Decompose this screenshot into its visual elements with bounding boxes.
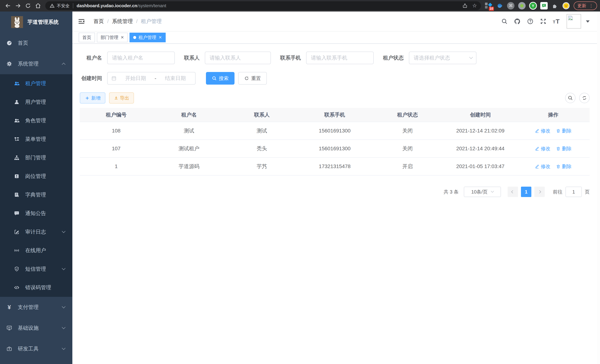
sidebar-item-label: 菜单管理 [25,136,46,143]
delete-link[interactable]: 删除 [556,163,572,170]
reload-icon [25,3,31,9]
sidebar-item-label: 租户管理 [25,80,46,87]
sidebar-item-post[interactable]: 岗位管理 [0,167,72,186]
security-status[interactable]: 不安全 [50,3,70,9]
chevron-down-icon [469,55,473,59]
cell-actions: 修改 删除 [517,163,590,170]
header-search-button[interactable] [501,18,508,25]
sidebar-item-audit-log[interactable]: 审计日志 [0,223,72,241]
edit-link[interactable]: 修改 [535,145,551,152]
column-header: 租户名 [153,111,225,118]
sidebar-item-role[interactable]: 角色管理 [0,111,72,130]
contact-input[interactable] [205,52,271,64]
sidebar-collapse-button[interactable] [72,11,91,31]
sidebar-logo[interactable]: 芋道管理系统 [0,11,72,33]
sidebar-item-dept[interactable]: 部门管理 [0,149,72,167]
goto-page-input[interactable] [565,187,582,197]
reset-button[interactable]: 重置 [238,72,267,84]
date-start-placeholder: 开始日期 [120,75,151,82]
sidebar-item-sms[interactable]: 短信管理 [0,260,72,278]
bookmark-star-button[interactable]: ☆ [470,1,479,10]
extension-y-icon[interactable]: Y [529,2,537,10]
tab-tenant[interactable]: 租户管理✕ [130,33,166,42]
delete-link[interactable]: 删除 [556,128,572,134]
table-row: 107 测试租户 秃头 15601691300 关闭 2021-12-14 20… [80,140,590,158]
sidebar-item-error-code[interactable]: 错误码管理 [0,278,72,297]
user-avatar[interactable] [567,14,581,28]
sidebar-item-home[interactable]: 首页 [0,33,72,53]
tab-close-icon[interactable]: ✕ [159,35,162,40]
status-label: 租户状态 [383,54,404,61]
sidebar-item-user[interactable]: 用户管理 [0,93,72,111]
help-button[interactable] [527,18,534,25]
date-end-placeholder: 结束日期 [159,75,191,82]
tab-home[interactable]: 首页 [79,33,95,42]
sidebar-item-infra[interactable]: 基础设施 [0,318,72,338]
sidebar-item-notice[interactable]: 通知公告 [0,204,72,223]
toggle-search-button[interactable] [565,93,575,103]
next-page-button[interactable] [534,187,545,197]
chrome-menu-icon[interactable]: ⋮ [589,3,593,8]
trash-icon [556,129,561,133]
add-button[interactable]: ＋新增 [80,92,105,103]
sidebar-item-menu[interactable]: 菜单管理 [0,130,72,149]
tenant-name-input[interactable] [107,52,175,64]
browser-toolbar: 不安全 dashboard.yudao.iocoder.cn/system/te… [0,0,600,11]
breadcrumb-separator: / [107,18,109,24]
url-text[interactable]: dashboard.yudao.iocoder.cn/system/tenant [77,3,460,8]
mobile-input[interactable] [306,52,374,64]
export-button[interactable]: 导出 [109,92,134,103]
edit-pencil-icon [535,146,539,151]
edit-link[interactable]: 修改 [535,163,551,170]
avatar-caret-down-icon[interactable] [586,20,590,25]
shield-icon [14,266,20,272]
page-number-1[interactable]: 1 [521,187,531,197]
sidebar-item-dict[interactable]: 字典管理 [0,186,72,204]
chrome-update-button[interactable]: 更新 ⋮ [574,1,597,10]
refresh-table-button[interactable] [579,93,590,103]
extension-command-icon[interactable]: ⌘ [507,2,515,10]
extension-record-icon[interactable] [518,2,526,10]
search-button[interactable]: 搜索 [206,72,234,84]
browser-home-button[interactable] [33,1,43,11]
breadcrumb-home[interactable]: 首页 [94,18,104,25]
extensions-row: 10 ⌘ Y [485,2,570,10]
cell-tenant-name: 测试租户 [153,145,225,152]
sidebar-item-online-users[interactable]: 在线用户 [0,241,72,260]
browser-back-button[interactable] [3,1,13,11]
fullscreen-button[interactable] [540,18,547,25]
sidebar-item-system[interactable]: 系统管理 [0,53,72,74]
status-select[interactable]: 请选择租户状态 [409,52,477,64]
date-range-picker[interactable]: 开始日期 - 结束日期 [107,72,196,84]
extension-grid-icon[interactable]: 10 [485,2,492,10]
table-row: 1 芋道源码 芋艿 17321315478 开启 2021-01-05 17:0… [80,158,590,176]
browser-forward-button[interactable] [13,1,23,11]
chevron-down-icon [62,346,66,350]
trash-icon [556,146,561,151]
sidebar-item-label: 通知公告 [25,210,46,217]
sidebar-item-dev-tools[interactable]: 研发工具 [0,338,72,359]
extension-chat-icon[interactable] [540,2,548,9]
edit-link[interactable]: 修改 [535,128,551,134]
sidebar-item-payment[interactable]: ¥ 支付管理 [0,297,72,318]
cell-actions: 修改 删除 [517,145,590,152]
tab-close-icon[interactable]: ✕ [121,35,124,40]
browser-reload-button[interactable] [23,1,33,11]
font-size-button[interactable]: TT [553,18,560,25]
cell-created: 2021-01-05 17:03:47 [444,163,517,169]
profile-avatar[interactable] [562,2,570,10]
extensions-puzzle-icon[interactable] [551,2,559,10]
page-size-select[interactable]: 10条/页 [464,187,501,197]
cell-created: 2021-12-14 20:49:44 [444,146,517,152]
sidebar-item-tenant[interactable]: 租户管理 [0,74,72,93]
prev-page-button[interactable] [508,187,518,197]
github-link[interactable] [514,18,521,25]
table-setting-buttons [565,93,590,103]
address-bar[interactable]: 不安全 dashboard.yudao.iocoder.cn/system/te… [45,1,481,10]
tab-dept[interactable]: 部门管理✕ [97,33,128,42]
delete-link[interactable]: 删除 [556,145,572,152]
extension-kite-icon[interactable] [496,2,504,10]
trash-icon [556,164,561,169]
breadcrumb-system[interactable]: 系统管理 [112,18,133,25]
share-button[interactable] [460,1,470,10]
